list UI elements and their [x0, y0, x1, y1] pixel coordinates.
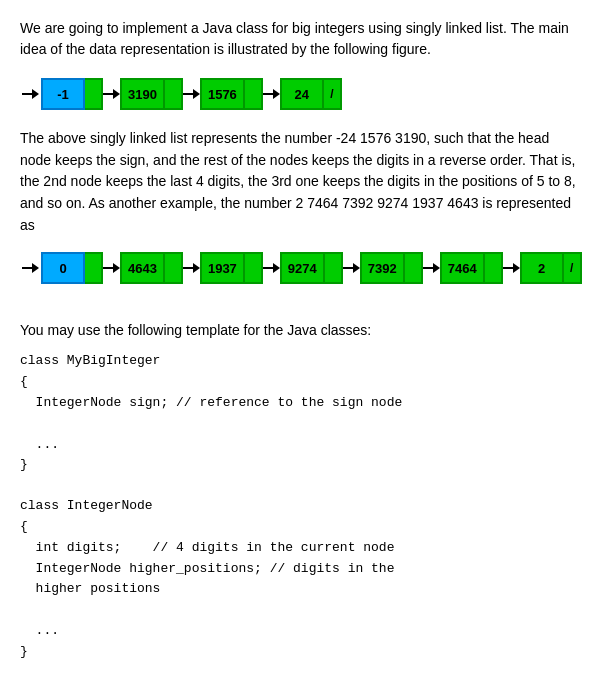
code-block-integernode: class IntegerNode { int digits; // 4 dig…: [20, 496, 580, 662]
node-pointer: [85, 252, 103, 284]
node-null: /: [324, 78, 342, 110]
description-paragraph: The above singly linked list represents …: [20, 128, 580, 236]
node-pointer: [245, 78, 263, 110]
node-value: 1576: [200, 78, 245, 110]
intro-paragraph: We are going to implement a Java class f…: [20, 18, 580, 60]
inter-node-arrow: [183, 263, 200, 273]
node-value: 3190: [120, 78, 165, 110]
node-value: 7392: [360, 252, 405, 284]
inter-node-arrow: [263, 89, 280, 99]
linked-list-node: 2/: [520, 252, 582, 284]
inter-node-arrow: [343, 263, 360, 273]
linked-list-node: 4643: [120, 252, 183, 284]
diagram1: -13190157624/: [20, 78, 580, 110]
linked-list-node: 7464: [440, 252, 503, 284]
node-value: 24: [280, 78, 324, 110]
linked-list-node: 1576: [200, 78, 263, 110]
template-label: You may use the following template for t…: [20, 320, 580, 341]
inter-node-arrow: [183, 89, 200, 99]
node-value: 1937: [200, 252, 245, 284]
node-value: 4643: [120, 252, 165, 284]
inter-node-arrow: [503, 263, 520, 273]
inter-node-arrow: [263, 263, 280, 273]
node-pointer: [325, 252, 343, 284]
node-pointer: [165, 78, 183, 110]
node-value: 7464: [440, 252, 485, 284]
inter-node-arrow: [103, 263, 120, 273]
code-block-mybiginteger: class MyBigInteger { IntegerNode sign; /…: [20, 351, 580, 476]
linked-list-node: 7392: [360, 252, 423, 284]
node-pointer: [405, 252, 423, 284]
node-pointer: [85, 78, 103, 110]
linked-list-node: 0: [41, 252, 103, 284]
diagram2: 0464319379274739274642/: [20, 252, 580, 284]
node-value: -1: [41, 78, 85, 110]
linked-list-node: 3190: [120, 78, 183, 110]
inter-node-arrow: [423, 263, 440, 273]
linked-list-node: 9274: [280, 252, 343, 284]
node-value: 0: [41, 252, 85, 284]
arrow: [22, 263, 39, 273]
node-pointer: [485, 252, 503, 284]
node-null: /: [564, 252, 582, 284]
node-value: 9274: [280, 252, 325, 284]
linked-list-node: 24/: [280, 78, 342, 110]
inter-node-arrow: [103, 89, 120, 99]
node-value: 2: [520, 252, 564, 284]
linked-list-node: -1: [41, 78, 103, 110]
node-pointer: [245, 252, 263, 284]
node-pointer: [165, 252, 183, 284]
arrow: [22, 89, 39, 99]
linked-list-node: 1937: [200, 252, 263, 284]
